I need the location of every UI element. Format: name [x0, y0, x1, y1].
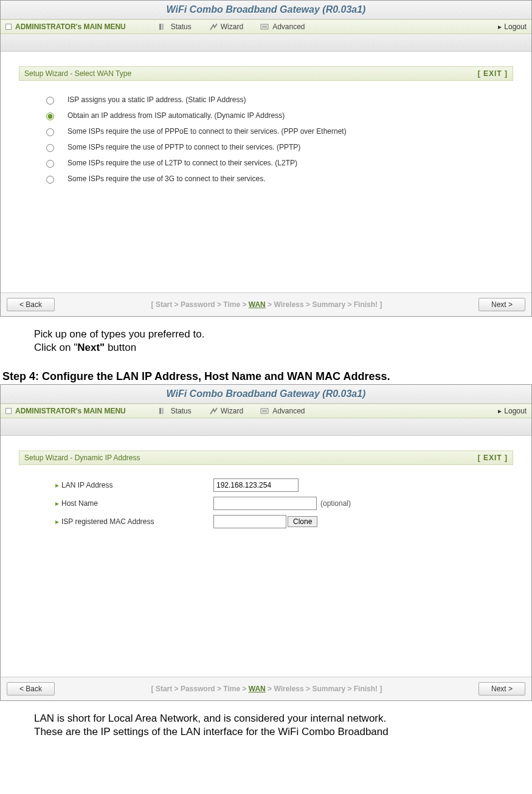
- wizard-header: Setup Wizard - Select WAN Type [ EXIT ]: [19, 66, 513, 81]
- back-button[interactable]: < Back: [7, 298, 55, 311]
- text-click-c: button: [105, 342, 136, 353]
- router-title: WiFi Combo Broadband Gateway (R0.03a1): [167, 4, 366, 15]
- svg-rect-4: [159, 408, 161, 414]
- radio-static[interactable]: [46, 97, 54, 105]
- crumb-active[interactable]: WAN: [249, 300, 266, 309]
- nav-status-label: Status: [171, 22, 192, 31]
- status-icon: [159, 407, 168, 415]
- radio-3g[interactable]: [46, 176, 54, 184]
- nav-wizard-label: Wizard: [221, 22, 243, 31]
- host-name-input[interactable]: [213, 497, 317, 510]
- mac-label: ISP registered MAC Address: [61, 517, 154, 526]
- crumb-active[interactable]: WAN: [249, 685, 266, 693]
- router-panel-dynamic-ip: WiFi Combo Broadband Gateway (R0.03a1) A…: [0, 384, 532, 701]
- row-lan-ip: ▸LAN IP Address: [55, 476, 513, 494]
- text-pick: Pick: [34, 329, 55, 339]
- mac-input[interactable]: [213, 515, 286, 528]
- radio-l2tp[interactable]: [46, 160, 54, 168]
- wizard-content: Setup Wizard - Dynamic IP Address [ EXIT…: [1, 436, 531, 677]
- logout-arrow-icon: ▸: [498, 22, 502, 31]
- wan-option-pptp[interactable]: Some ISPs require the use of PPTP to con…: [43, 139, 513, 155]
- menu-bullet-icon: [5, 408, 12, 414]
- nav-status[interactable]: Status: [159, 407, 192, 415]
- router-panel-wan-type: WiFi Combo Broadband Gateway (R0.03a1) A…: [0, 0, 532, 317]
- wizard-header-title: Setup Wizard - Select WAN Type: [24, 69, 131, 78]
- breadcrumb: [ Start > Password > Time > WAN > Wirele…: [55, 685, 478, 693]
- next-button[interactable]: Next >: [478, 682, 525, 696]
- wan-option-dynamic[interactable]: Obtain an IP address from ISP automatica…: [43, 108, 513, 123]
- radio-label: Obtain an IP address from ISP automatica…: [67, 111, 285, 120]
- wizard-header-title: Setup Wizard - Dynamic IP Address: [24, 454, 140, 462]
- svg-rect-0: [159, 24, 161, 30]
- sub-bar: [1, 34, 531, 52]
- main-menu-bar: ADMINISTRATOR's MAIN MENU Status Wizard …: [1, 404, 531, 418]
- nav-logout[interactable]: ▸ Logout: [498, 22, 527, 31]
- wan-option-pppoe[interactable]: Some ISPs require the use of PPPoE to co…: [43, 123, 513, 139]
- nav-logout[interactable]: ▸ Logout: [498, 407, 527, 415]
- main-menu-bar: ADMINISTRATOR's MAIN MENU Status Wizard …: [1, 19, 531, 34]
- wizard-content: Setup Wizard - Select WAN Type [ EXIT ] …: [1, 52, 531, 292]
- crumb-prefix: [ Start > Password > Time >: [151, 300, 249, 309]
- text-pick-rest: up one of types you preferred to.: [55, 328, 205, 340]
- row-mac-address: ▸ISP registered MAC Address Clone: [55, 513, 513, 531]
- wizard-exit-link[interactable]: [ EXIT ]: [478, 69, 508, 78]
- lan-ip-label: LAN IP Address: [61, 481, 113, 489]
- radio-label: Some ISPs require the use of L2TP to con…: [67, 159, 297, 167]
- radio-pptp[interactable]: [46, 144, 54, 152]
- radio-dynamic[interactable]: [46, 112, 54, 120]
- wizard-footer: < Back [ Start > Password > Time > WAN >…: [1, 292, 531, 316]
- svg-rect-7: [262, 410, 267, 412]
- advanced-icon: [260, 22, 270, 31]
- step4-heading: Step 4: Configure the LAN IP Address, Ho…: [2, 354, 532, 384]
- admin-menu-label[interactable]: ADMINISTRATOR's MAIN MENU: [15, 407, 126, 415]
- nav-logout-label: Logout: [504, 407, 527, 415]
- radio-label: Some ISPs require the use of PPTP to con…: [67, 143, 300, 151]
- text-lan-1: LAN is short for Local Area Network, and…: [34, 712, 532, 725]
- wizard-header: Setup Wizard - Dynamic IP Address [ EXIT…: [19, 451, 513, 465]
- sub-bar: [1, 418, 531, 436]
- instruction-block-1: Pick up one of types you preferred to. C…: [0, 317, 532, 354]
- wan-option-3g[interactable]: Some ISPs require the use of 3G to conne…: [43, 171, 513, 187]
- radio-label: ISP assigns you a static IP address. (St…: [67, 95, 246, 104]
- nav-wizard-label: Wizard: [221, 407, 243, 415]
- crumb-suffix: > Wireless > Summary > Finish! ]: [266, 300, 382, 309]
- triangle-icon: ▸: [55, 481, 59, 489]
- crumb-prefix: [ Start > Password > Time >: [151, 685, 249, 693]
- svg-rect-1: [162, 24, 164, 30]
- title-bar: WiFi Combo Broadband Gateway (R0.03a1): [1, 1, 531, 19]
- text-next-bold: Next": [77, 342, 105, 353]
- nav-wizard[interactable]: Wizard: [209, 22, 243, 31]
- radio-label: Some ISPs require the use of PPPoE to co…: [67, 127, 347, 136]
- clone-button[interactable]: Clone: [288, 516, 317, 527]
- wan-option-l2tp[interactable]: Some ISPs require the use of L2TP to con…: [43, 155, 513, 171]
- nav-advanced-label: Advanced: [272, 407, 305, 415]
- back-button[interactable]: < Back: [7, 682, 55, 696]
- wan-type-radio-list: ISP assigns you a static IP address. (St…: [19, 81, 513, 187]
- wan-option-static[interactable]: ISP assigns you a static IP address. (St…: [43, 92, 513, 108]
- router-title: WiFi Combo Broadband Gateway (R0.03a1): [167, 388, 366, 399]
- host-optional-label: (optional): [320, 499, 351, 508]
- triangle-icon: ▸: [55, 517, 59, 526]
- nav-status[interactable]: Status: [159, 22, 192, 31]
- text-lan-2: These are the IP settings of the LAN int…: [34, 725, 532, 739]
- nav-advanced-label: Advanced: [272, 22, 305, 31]
- lan-ip-input[interactable]: [213, 478, 299, 492]
- wizard-exit-link[interactable]: [ EXIT ]: [478, 454, 508, 462]
- next-button[interactable]: Next >: [478, 298, 525, 311]
- svg-rect-3: [262, 26, 267, 28]
- svg-rect-5: [162, 408, 164, 414]
- admin-menu-label[interactable]: ADMINISTRATOR's MAIN MENU: [15, 22, 126, 31]
- nav-advanced[interactable]: Advanced: [260, 22, 305, 31]
- dynamic-ip-form: ▸LAN IP Address ▸Host Name (optional) ▸I…: [19, 465, 513, 531]
- menu-bullet-icon: [5, 24, 12, 30]
- nav-advanced[interactable]: Advanced: [260, 407, 305, 415]
- nav-wizard[interactable]: Wizard: [209, 407, 243, 415]
- wizard-footer: < Back [ Start > Password > Time > WAN >…: [1, 677, 531, 700]
- breadcrumb: [ Start > Password > Time > WAN > Wirele…: [55, 300, 478, 309]
- row-host-name: ▸Host Name (optional): [55, 494, 513, 513]
- status-icon: [159, 22, 168, 31]
- nav-status-label: Status: [171, 407, 192, 415]
- radio-label: Some ISPs require the use of 3G to conne…: [67, 174, 266, 183]
- advanced-icon: [260, 407, 270, 415]
- radio-pppoe[interactable]: [46, 128, 54, 136]
